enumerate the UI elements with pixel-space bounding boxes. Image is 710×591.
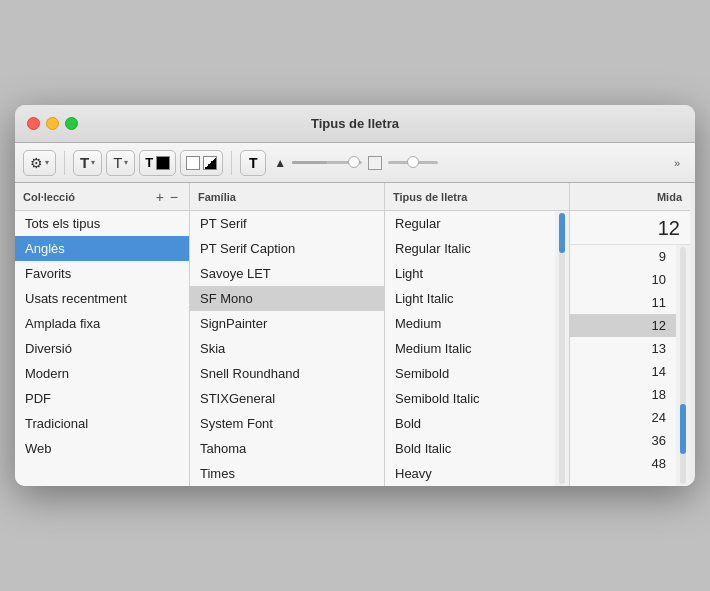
page-color-button[interactable] (180, 150, 223, 176)
typeface-item[interactable]: Bold (385, 411, 555, 436)
remove-collection-button[interactable]: − (167, 190, 181, 204)
size-stepper: ▲ (274, 155, 442, 171)
collection-item[interactable]: Tradicional (15, 411, 189, 436)
typeface-panel: Tipus de lletra RegularRegular ItalicLig… (385, 183, 570, 486)
family-item[interactable]: Snell Roundhand (190, 361, 384, 386)
toolbar: ⚙ ▾ T ▾ T ▾ T T ▲ (15, 143, 695, 183)
size-title: Mida (657, 191, 682, 203)
size-item[interactable]: 14 (570, 360, 676, 383)
size-item[interactable]: 12 (570, 314, 676, 337)
typeface-item[interactable]: Light (385, 261, 555, 286)
family-item[interactable]: STIXGeneral (190, 386, 384, 411)
size-panel: Mida 12 9101112131418243648 (570, 183, 690, 486)
size-item[interactable]: 11 (570, 291, 676, 314)
collections-list: Tots els tipusAnglèsFavoritsUsats recent… (15, 211, 189, 486)
family-item[interactable]: Times (190, 461, 384, 486)
family-item[interactable]: Savoye LET (190, 261, 384, 286)
size-item[interactable]: 48 (570, 452, 676, 475)
family-item[interactable]: PT Serif (190, 211, 384, 236)
collections-header: Col·lecció + − (15, 183, 189, 211)
family-item[interactable]: Skia (190, 336, 384, 361)
family-item[interactable]: System Font (190, 411, 384, 436)
size-header: Mida (570, 183, 690, 211)
font-panel-window: Tipus de lletra ⚙ ▾ T ▾ T ▾ T (15, 105, 695, 486)
size-item[interactable]: 13 (570, 337, 676, 360)
collection-item[interactable]: Modern (15, 361, 189, 386)
typeface-item[interactable]: Light Italic (385, 286, 555, 311)
maximize-button[interactable] (65, 117, 78, 130)
gear-icon: ⚙ (30, 155, 43, 171)
typeface-item[interactable]: Regular Italic (385, 236, 555, 261)
size-item[interactable]: 18 (570, 383, 676, 406)
window-title: Tipus de lletra (311, 116, 399, 131)
size-items: 9101112131418243648 (570, 245, 676, 486)
preview-size-button[interactable]: T (240, 150, 266, 176)
typeface-item[interactable]: Medium Italic (385, 336, 555, 361)
color-swatch (156, 156, 170, 170)
chevron-down-icon-2: ▾ (91, 158, 95, 167)
collection-item[interactable]: Diversió (15, 336, 189, 361)
size-slider[interactable] (292, 155, 362, 171)
collections-title: Col·lecció (23, 191, 153, 203)
actions-button[interactable]: ⚙ ▾ (23, 150, 56, 176)
chevron-down-icon-3: ▾ (124, 158, 128, 167)
diag-swatch (203, 156, 217, 170)
expand-button[interactable]: » (667, 150, 687, 176)
size-item[interactable]: 24 (570, 406, 676, 429)
family-item[interactable]: PT Serif Caption (190, 236, 384, 261)
typeface-title: Tipus de lletra (393, 191, 561, 203)
size-value-row: 12 (570, 211, 690, 245)
size-item[interactable]: 10 (570, 268, 676, 291)
grid-icon (368, 156, 382, 170)
family-item[interactable]: SF Mono (190, 286, 384, 311)
family-panel: Família PT SerifPT Serif CaptionSavoye L… (190, 183, 385, 486)
page-icon (186, 156, 200, 170)
toolbar-separator-2 (231, 151, 232, 175)
expand-icon: » (674, 157, 680, 169)
typeface-scroll-track (559, 213, 565, 484)
size-current-value[interactable]: 12 (658, 217, 680, 240)
family-item[interactable]: SignPainter (190, 311, 384, 336)
typeface-item[interactable]: Bold Italic (385, 436, 555, 461)
typeface-item[interactable]: Regular (385, 211, 555, 236)
close-button[interactable] (27, 117, 40, 130)
text-style-button[interactable]: T ▾ (73, 150, 102, 176)
size-scroll-thumb (680, 404, 686, 454)
family-item[interactable]: Tahoma (190, 436, 384, 461)
text-color-button[interactable]: T (139, 150, 176, 176)
preview-T-icon: T (249, 155, 258, 171)
toolbar-separator-1 (64, 151, 65, 175)
traffic-lights (27, 117, 78, 130)
size-scroll-track (680, 247, 686, 484)
text-T-icon: T (80, 154, 89, 171)
size-item[interactable]: 9 (570, 245, 676, 268)
collection-item[interactable]: Anglès (15, 236, 189, 261)
arrow-up-icon[interactable]: ▲ (274, 156, 286, 170)
text-icon: T (145, 155, 153, 170)
main-content: Col·lecció + − Tots els tipusAnglèsFavor… (15, 183, 695, 486)
family-list: PT SerifPT Serif CaptionSavoye LETSF Mon… (190, 211, 384, 486)
typeface-header: Tipus de lletra (385, 183, 569, 211)
typeface-scroll-thumb (559, 213, 565, 253)
text-align-icon: T (113, 154, 122, 171)
secondary-slider[interactable] (388, 155, 438, 171)
typeface-item[interactable]: Semibold (385, 361, 555, 386)
collection-item[interactable]: Tots els tipus (15, 211, 189, 236)
title-bar: Tipus de lletra (15, 105, 695, 143)
typeface-item[interactable]: Semibold Italic (385, 386, 555, 411)
collection-item[interactable]: Usats recentment (15, 286, 189, 311)
typeface-item[interactable]: Medium (385, 311, 555, 336)
collection-item[interactable]: Web (15, 436, 189, 461)
chevron-down-icon: ▾ (45, 158, 49, 167)
collection-item[interactable]: Favorits (15, 261, 189, 286)
collection-item[interactable]: Amplada fixa (15, 311, 189, 336)
size-item[interactable]: 36 (570, 429, 676, 452)
typeface-item[interactable]: Heavy (385, 461, 555, 486)
collection-item[interactable]: PDF (15, 386, 189, 411)
minimize-button[interactable] (46, 117, 59, 130)
text-align-button[interactable]: T ▾ (106, 150, 135, 176)
add-collection-button[interactable]: + (153, 190, 167, 204)
typeface-scrollbar[interactable] (555, 211, 569, 486)
size-scrollbar[interactable] (676, 245, 690, 486)
family-header: Família (190, 183, 384, 211)
